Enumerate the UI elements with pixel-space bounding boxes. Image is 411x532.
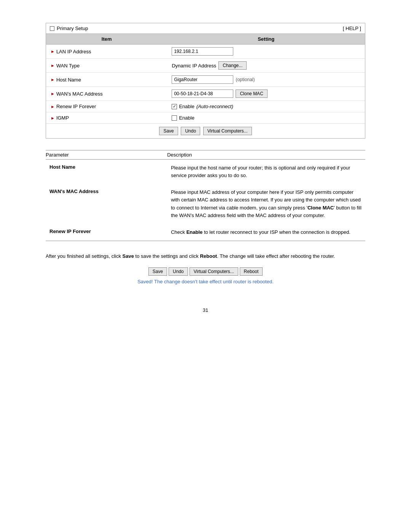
desc-header-description: Description [167,150,365,160]
desc-param-host-name: Host Name [46,160,167,184]
description-section: Parameter Description Host Name Please i… [46,150,365,241]
table-row: ► Renew IP Forever ✓ Enable (Auto-reconn… [46,101,365,112]
primary-setup-box: Primary Setup [ HELP ] Item Setting ► LA… [46,23,365,139]
save-button-bottom[interactable]: Save [148,267,167,276]
desc-mac-text: Please input MAC address of your compute… [171,189,362,218]
arrow-icon: ► [51,77,55,82]
arrow-icon: ► [51,91,55,96]
setting-igmp: Enable [172,115,360,121]
desc-table: Parameter Description Host Name Please i… [46,150,365,241]
label-host-name: Host Name [56,77,81,83]
lan-ip-input[interactable] [172,47,233,56]
table-footer-row: Save Undo Virtual Computers... [46,124,365,139]
undo-button-top[interactable]: Undo [181,127,200,135]
label-mac: WAN's MAC Address [56,91,103,97]
table-row: ► Host Name (optional) [46,73,365,87]
clone-mac-bold: Clone MAC [307,205,334,211]
host-name-input[interactable] [172,75,233,84]
setup-icon [50,26,54,31]
table-row: ► WAN Type Dynamic IP Address Change... [46,59,365,73]
saved-message: Saved! The change doesn't take effect un… [46,279,365,284]
list-item: Host Name Please input the host name of … [46,160,365,184]
row-label-wan-type: ► WAN Type [51,63,162,69]
desc-host-name-text: Please input the host name of your route… [171,165,350,178]
setting-lan-ip [172,47,360,56]
save-bold: Save [123,253,134,259]
label-igmp: IGMP [56,115,69,121]
setup-title: Primary Setup [50,26,88,31]
arrow-icon: ► [51,104,55,109]
bottom-paragraph: After you finished all settings, click S… [46,252,365,260]
igmp-enable-label: Enable [179,115,194,121]
arrow-icon: ► [51,116,55,120]
setup-table: Item Setting ► LAN IP Address [46,34,365,138]
table-row: ► IGMP Enable [46,112,365,124]
desc-text-host-name: Please input the host name of your route… [167,160,365,184]
label-lan-ip: LAN IP Address [56,49,91,54]
list-item: WAN's MAC Address Please input MAC addre… [46,184,365,224]
arrow-icon: ► [51,49,55,54]
label-wan-type: WAN Type [56,63,80,69]
reboot-button[interactable]: Reboot [240,267,263,276]
param-name-host: Host Name [49,164,75,170]
bottom-section: After you finished all settings, click S… [46,252,365,284]
renew-ip-checkbox[interactable]: ✓ [172,104,177,109]
virtual-computers-button-top[interactable]: Virtual Computers... [203,127,252,135]
setting-wan-type: Dynamic IP Address Change... [172,61,360,70]
help-link[interactable]: [ HELP ] [343,26,361,31]
setting-host-name: (optional) [172,75,360,84]
wan-change-button[interactable]: Change... [218,61,247,70]
desc-param-renew-ip: Renew IP Forever [46,224,167,241]
renew-ip-enable-label: Enable [179,104,194,109]
param-name-mac: WAN's MAC Address [49,189,99,194]
desc-text-mac: Please input MAC address of your compute… [167,184,365,224]
undo-button-bottom[interactable]: Undo [169,267,188,276]
row-label-igmp: ► IGMP [51,115,162,121]
virtual-computers-button-bottom[interactable]: Virtual Computers... [190,267,238,276]
mac-input[interactable] [172,89,233,98]
table-row: ► LAN IP Address [46,45,365,59]
setup-header: Primary Setup [ HELP ] [46,23,365,34]
desc-text-renew-ip: Check Enable to let router reconnect to … [167,224,365,241]
save-button-top[interactable]: Save [159,127,178,135]
setting-mac: Clone MAC [172,89,360,98]
row-label-mac: ► WAN's MAC Address [51,91,162,97]
reboot-bold: Reboot [200,253,217,259]
clone-mac-button[interactable]: Clone MAC [236,89,267,98]
row-label-host-name: ► Host Name [51,77,162,83]
setting-renew-ip: ✓ Enable (Auto-reconnect) [172,104,360,109]
param-name-renew: Renew IP Forever [49,228,91,234]
table-row: ► WAN's MAC Address Clone MAC [46,87,365,101]
bottom-buttons-row: Save Undo Virtual Computers... Reboot [46,267,365,276]
desc-param-mac: WAN's MAC Address [46,184,167,224]
igmp-checkbox[interactable] [172,115,177,121]
col-header-item: Item [46,34,167,45]
label-renew-ip: Renew IP Forever [56,104,96,109]
desc-renew-text: Check Enable to let router reconnect to … [171,229,350,235]
setup-title-text: Primary Setup [57,26,88,31]
row-label-lan-ip: ► LAN IP Address [51,49,162,54]
footer-buttons-cell: Save Undo Virtual Computers... [46,124,365,139]
arrow-icon: ► [51,63,55,68]
desc-header-row: Parameter Description [46,150,365,160]
list-item: Renew IP Forever Check Enable to let rou… [46,224,365,241]
row-label-renew-ip: ► Renew IP Forever [51,104,162,109]
col-header-setting: Setting [167,34,365,45]
desc-header-parameter: Parameter [46,150,167,160]
renew-ip-auto-label: (Auto-reconnect) [196,104,233,109]
optional-label: (optional) [236,77,255,82]
enable-bold: Enable [186,229,203,235]
wan-type-value: Dynamic IP Address [172,63,216,69]
page-number: 31 [46,307,365,313]
